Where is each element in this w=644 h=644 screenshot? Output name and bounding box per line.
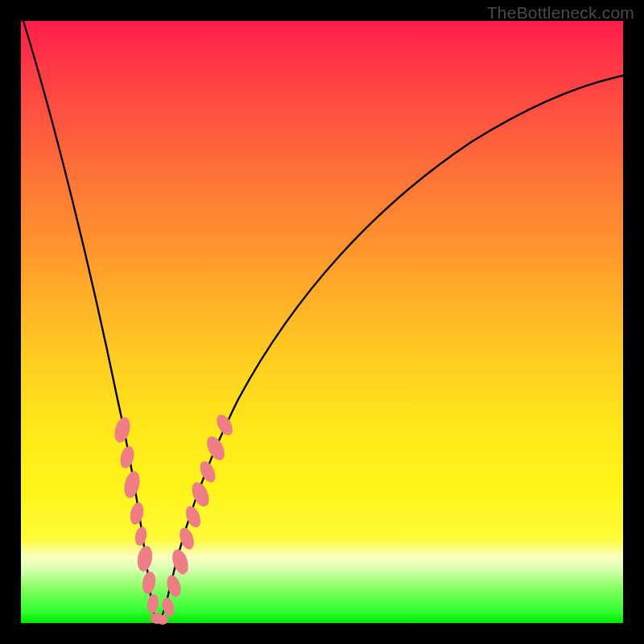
svg-point-2: [122, 469, 142, 499]
svg-point-7: [147, 593, 160, 614]
svg-point-6: [141, 571, 157, 595]
svg-point-0: [112, 415, 133, 444]
watermark-text: TheBottleneck.com: [487, 3, 634, 23]
svg-point-4: [134, 526, 148, 547]
chart-frame: TheBottleneck.com: [0, 0, 644, 644]
svg-point-15: [188, 480, 212, 510]
chart-svg: [21, 21, 623, 623]
svg-point-16: [197, 459, 219, 485]
svg-point-17: [204, 434, 229, 464]
marker-group: [112, 412, 236, 625]
svg-point-1: [118, 444, 136, 469]
bottleneck-curve: [23, 21, 623, 622]
plot-area: [21, 21, 623, 623]
svg-point-3: [128, 502, 145, 526]
svg-point-18: [213, 412, 236, 438]
svg-point-9: [157, 615, 168, 625]
svg-point-5: [135, 545, 154, 573]
